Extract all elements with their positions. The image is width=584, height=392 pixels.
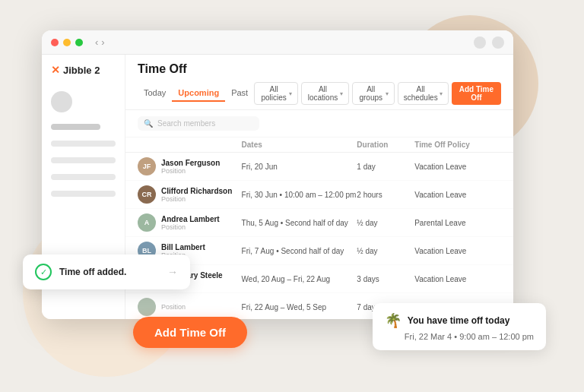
- sidebar-nav-item-1[interactable]: [51, 124, 100, 130]
- tab-past[interactable]: Past: [225, 85, 254, 102]
- table-rows: JF Jason Ferguson Position Fri, 20 Jun 1…: [125, 153, 513, 319]
- nav-back[interactable]: ‹: [95, 36, 98, 48]
- policy-cell: Vacation Leave: [414, 191, 501, 199]
- card-subtitle: Fri, 22 Mar 4 • 9:00 am – 12:00 pm: [405, 332, 534, 341]
- table-row[interactable]: CR Clifford Richardson Position Fri, 30 …: [125, 181, 513, 209]
- logo-icon: ✕: [51, 64, 60, 76]
- col-header-dates[interactable]: Dates: [242, 141, 357, 149]
- duration-cell: 1 day: [357, 163, 414, 171]
- caret-icon: ▾: [340, 90, 343, 97]
- toast-message: Time off added.: [59, 267, 160, 277]
- duration-cell: ½ day: [357, 247, 414, 255]
- member-cell: JF Jason Ferguson Position: [138, 157, 242, 175]
- titlebar-icon-1[interactable]: [474, 36, 486, 49]
- caret-icon: ▾: [440, 90, 443, 97]
- member-name: Clifford Richardson: [161, 187, 232, 195]
- dates-cell: Thu, 5 Aug • Second half of day: [242, 219, 357, 227]
- dates-cell: Wed, 20 Aug – Fri, 22 Aug: [242, 275, 357, 283]
- nav-forward[interactable]: ›: [101, 36, 104, 48]
- member-info: Jason Ferguson Position: [161, 159, 220, 175]
- policy-cell: Vacation Leave: [414, 275, 501, 283]
- filter-schedules-btn[interactable]: All schedules ▾: [398, 82, 449, 105]
- search-row: 🔍 Search members: [125, 110, 513, 138]
- filter-groups-btn[interactable]: All groups ▾: [352, 82, 395, 105]
- toast-check-icon: ✓: [35, 264, 52, 280]
- table-row[interactable]: A Andrea Lambert Position Thu, 5 Aug • S…: [125, 209, 513, 237]
- dates-cell: Fri, 22 Aug – Wed, 5 Sep: [242, 303, 357, 311]
- filter-policies-btn[interactable]: All policies ▾: [254, 82, 298, 105]
- col-header-duration: Duration: [357, 141, 414, 149]
- filter-locations-btn[interactable]: All locations ▾: [301, 82, 349, 105]
- duration-cell: ½ day: [357, 219, 414, 227]
- member-role: Position: [161, 195, 232, 203]
- member-avatar: JF: [138, 157, 156, 175]
- member-cell: CR Clifford Richardson Position: [138, 185, 242, 204]
- table-header: Dates Duration Time Off Policy: [125, 138, 513, 153]
- logo-text: Jibble 2: [63, 65, 100, 76]
- toast-close-button[interactable]: →: [167, 266, 178, 278]
- titlebar-nav: ‹ ›: [95, 36, 105, 48]
- member-role: Position: [161, 223, 220, 231]
- sidebar-avatar: [51, 91, 72, 112]
- member-role: Position: [161, 303, 186, 311]
- col-header-policy: Time Off Policy: [414, 141, 501, 149]
- card-header-row: 🌴 You have time off today: [385, 312, 534, 329]
- sidebar-nav-item-3[interactable]: [51, 157, 116, 163]
- member-name: Bill Lambert: [161, 243, 205, 251]
- filters: All policies ▾ All locations ▾ All group…: [254, 82, 501, 105]
- palm-icon: 🌴: [385, 312, 402, 329]
- sidebar-nav-item-2[interactable]: [51, 141, 116, 147]
- titlebar: ‹ ›: [42, 30, 513, 55]
- member-role: Position: [161, 167, 220, 175]
- duration-cell: 2 hours: [357, 191, 414, 199]
- member-cell: Position: [138, 298, 242, 316]
- time-off-today-card: 🌴 You have time off today Fri, 22 Mar 4 …: [373, 303, 546, 350]
- member-name: Jason Ferguson: [161, 159, 220, 167]
- member-name: Andrea Lambert: [161, 215, 220, 223]
- content-header: Time Off Today Upcoming Past All policie…: [125, 55, 513, 110]
- col-header-member: [138, 141, 242, 149]
- search-icon: 🔍: [144, 119, 153, 128]
- dates-cell: Fri, 30 Jun • 10:00 am – 12:00 pm: [242, 191, 357, 199]
- caret-icon: ▾: [289, 90, 292, 97]
- tab-upcoming[interactable]: Upcoming: [172, 85, 225, 102]
- table-row[interactable]: JF Jason Ferguson Position Fri, 20 Jun 1…: [125, 153, 513, 181]
- sidebar-nav-item-5[interactable]: [51, 191, 116, 197]
- add-time-off-header-button[interactable]: Add Time Off: [452, 82, 501, 105]
- tab-today[interactable]: Today: [138, 85, 172, 102]
- policy-cell: Parental Leave: [414, 219, 501, 227]
- sidebar-nav-item-4[interactable]: [51, 174, 116, 180]
- caret-icon: ▾: [386, 90, 389, 97]
- traffic-light-green[interactable]: [75, 39, 83, 46]
- member-avatar: [138, 298, 156, 316]
- search-placeholder: Search members: [157, 119, 215, 128]
- member-avatar: CR: [138, 185, 156, 204]
- titlebar-icons: [474, 36, 504, 49]
- tabs: Today Upcoming Past: [138, 85, 254, 102]
- member-info: Andrea Lambert Position: [161, 215, 220, 231]
- member-info: Position: [161, 303, 186, 311]
- add-time-off-main-button[interactable]: Add Time Off: [133, 317, 247, 348]
- member-info: Clifford Richardson Position: [161, 187, 232, 203]
- traffic-light-red[interactable]: [51, 39, 59, 46]
- member-avatar: A: [138, 213, 156, 232]
- tabs-filters: Today Upcoming Past All policies ▾ All l…: [138, 82, 501, 105]
- traffic-light-yellow[interactable]: [63, 39, 71, 46]
- card-title: You have time off today: [408, 315, 509, 326]
- member-cell: A Andrea Lambert Position: [138, 213, 242, 232]
- policy-cell: Vacation Leave: [414, 163, 501, 171]
- sidebar-logo: ✕ Jibble 2: [48, 64, 119, 76]
- dates-cell: Fri, 20 Jun: [242, 163, 357, 171]
- toast-notification: ✓ Time off added. →: [23, 254, 190, 289]
- policy-cell: Vacation Leave: [414, 247, 501, 255]
- dates-cell: Fri, 7 Aug • Second half of day: [242, 247, 357, 255]
- search-box[interactable]: 🔍 Search members: [138, 116, 259, 131]
- page-title: Time Off: [138, 62, 501, 76]
- duration-cell: 3 days: [357, 275, 414, 283]
- titlebar-icon-2[interactable]: [492, 36, 504, 49]
